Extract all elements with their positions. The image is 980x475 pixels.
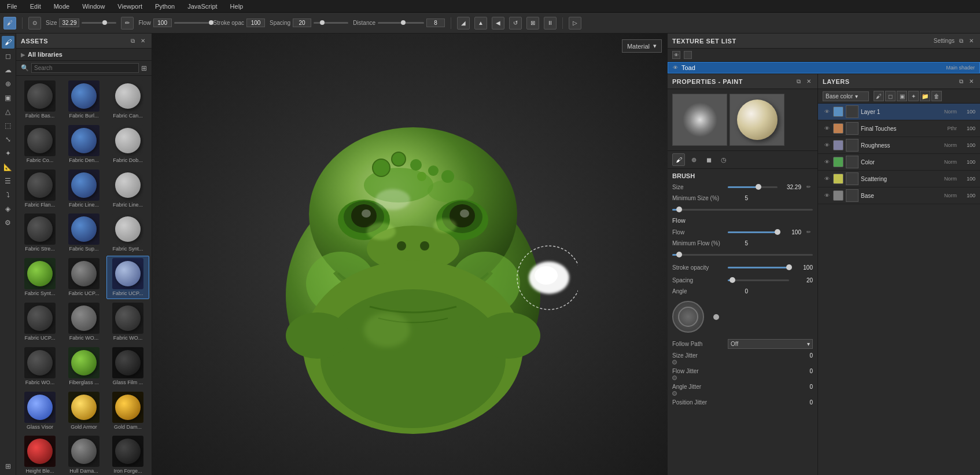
asset-item-14[interactable]: Fabric UCP... [106, 256, 149, 299]
asset-item-5[interactable]: Fabric Dob... [106, 123, 149, 166]
smudge-tool[interactable]: ☁ [2, 64, 14, 76]
menu-javascript[interactable]: JavaScript [185, 2, 219, 11]
grid-view-btn[interactable]: ⊞ [141, 64, 147, 72]
asset-item-8[interactable]: Fabric Line... [106, 167, 149, 211]
size-value[interactable]: 32.29 [59, 19, 79, 27]
layer-row-4[interactable]: 👁ScatteringNorm100 [818, 171, 980, 187]
layer-eye-1[interactable]: 👁 [823, 124, 831, 132]
texture-set-close[interactable]: ✕ [967, 37, 975, 45]
asset-item-6[interactable]: Fabric Flan... [19, 167, 61, 211]
brush-shape-btn[interactable]: ⊙ [28, 17, 41, 30]
blend-mode-select[interactable]: Base color ▾ [823, 91, 869, 101]
delete-layer-btn[interactable]: 🗑 [931, 91, 942, 101]
assets-nav-label[interactable]: All libraries [28, 51, 62, 58]
layers-tool[interactable]: ☰ [2, 175, 14, 187]
layer-eye-4[interactable]: 👁 [823, 175, 831, 183]
eraser-tool[interactable]: ◻ [2, 50, 14, 62]
asset-item-7[interactable]: Fabric Line... [62, 167, 105, 211]
asset-item-22[interactable]: Gold Armor [62, 389, 105, 433]
measure-tool[interactable]: 📐 [2, 161, 14, 174]
texture-set-minimize[interactable]: ⧉ [957, 37, 965, 45]
import-tool[interactable]: ⤵ [2, 189, 14, 201]
menu-python[interactable]: Python [153, 2, 177, 11]
asset-item-0[interactable]: Fabric Bas... [19, 78, 61, 121]
layer-eye-3[interactable]: 👁 [823, 158, 831, 166]
layers-minimize[interactable]: ⧉ [957, 78, 965, 86]
layer-row-2[interactable]: 👁RoughnessNorm100 [818, 137, 980, 154]
extra-btn[interactable]: ⊠ [526, 17, 539, 30]
properties-minimize[interactable]: ⧉ [794, 78, 802, 86]
menu-window[interactable]: Window [80, 2, 107, 11]
flow-prop-slider[interactable] [728, 227, 778, 237]
brush-paint-tab[interactable]: 🖌 [672, 153, 685, 166]
flow-slider[interactable] [174, 22, 209, 24]
stroke-opacity-slider[interactable] [728, 263, 789, 272]
asset-item-9[interactable]: Fabric Stre... [19, 211, 61, 255]
size-slider[interactable] [82, 22, 116, 24]
asset-item-2[interactable]: Fabric Can... [106, 78, 149, 121]
select-tool[interactable]: ⬚ [2, 119, 14, 132]
layers-close[interactable]: ✕ [967, 78, 975, 86]
asset-item-4[interactable]: Fabric Den... [62, 123, 105, 166]
asset-item-18[interactable]: Fabric WO... [19, 345, 61, 388]
paint-tool-btn[interactable]: 🖌 [3, 17, 16, 30]
asset-item-17[interactable]: Fabric WO... [106, 300, 149, 344]
paint-tool[interactable]: 🖌 [2, 36, 14, 49]
texture-extra-btn[interactable] [684, 51, 692, 59]
size-prop-slider[interactable] [728, 182, 778, 192]
search-input[interactable] [31, 63, 139, 73]
layer-row-5[interactable]: 👁BaseNorm100 [818, 187, 980, 204]
min-flow-slider[interactable] [672, 250, 813, 259]
texture-set-toad-row[interactable]: 👁 Toad Main shader [668, 62, 980, 73]
frame-btn[interactable]: ▷ [569, 17, 581, 30]
assets-minimize-btn[interactable]: ⧉ [128, 37, 137, 45]
brush-mask-tab[interactable]: ◼ [702, 153, 715, 166]
asset-item-15[interactable]: Fabric UCP... [19, 300, 61, 344]
layer-eye-2[interactable]: 👁 [823, 141, 831, 149]
mirror-x-btn[interactable]: ◀ [492, 17, 504, 30]
distance-value[interactable]: 8 [426, 19, 445, 27]
asset-item-19[interactable]: Fiberglass ... [62, 345, 105, 388]
add-fill-layer-btn[interactable]: ◻ [885, 91, 896, 101]
texture-visibility-btn[interactable]: 👁 [672, 51, 680, 59]
asset-item-1[interactable]: Fabric Burl... [62, 78, 105, 121]
clone-tool[interactable]: ⊕ [2, 78, 14, 90]
properties-close[interactable]: ✕ [805, 78, 813, 86]
add-paint-layer-btn[interactable]: 🖌 [874, 91, 884, 101]
flow-value[interactable]: 100 [153, 19, 172, 27]
asset-item-26[interactable]: Iron Forge... [106, 433, 149, 475]
menu-mode[interactable]: Mode [51, 2, 72, 11]
size-reset-btn[interactable]: ✏ [805, 183, 813, 191]
brush-alpha-preview[interactable] [672, 94, 727, 146]
pause-btn[interactable]: ⏸ [544, 17, 557, 30]
asset-item-11[interactable]: Fabric Synt... [106, 211, 149, 255]
min-size-slider[interactable] [672, 205, 813, 214]
asset-item-24[interactable]: Height Ble... [19, 433, 61, 475]
asset-item-3[interactable]: Fabric Co... [19, 123, 61, 166]
stroke-opacity-value[interactable]: 100 [246, 19, 265, 27]
asset-item-12[interactable]: Fabric Synt... [19, 256, 61, 299]
menu-viewport[interactable]: Viewport [115, 2, 145, 11]
layer-eye-0[interactable]: 👁 [823, 108, 831, 116]
polygon-tool[interactable]: △ [2, 105, 14, 118]
layer-mask-btn[interactable]: ▣ [897, 91, 907, 101]
bake-tool[interactable]: ◈ [2, 202, 14, 215]
brush-type-btn[interactable]: ✏ [121, 17, 134, 30]
layer-eye-5[interactable]: 👁 [823, 192, 831, 200]
brush-layers-tab[interactable]: ⊕ [687, 153, 700, 166]
brush-stamp-tab[interactable]: ◷ [717, 153, 730, 166]
angle-wheel[interactable] [672, 301, 704, 333]
asset-item-23[interactable]: Gold Dam... [106, 389, 149, 433]
fill-tool[interactable]: ▣ [2, 91, 14, 104]
drag-icon[interactable]: ⊞ [2, 460, 14, 473]
spacing-value[interactable]: 20 [293, 19, 311, 27]
viewport[interactable]: Material ▾ [152, 34, 668, 475]
asset-item-21[interactable]: Glass Visor [19, 389, 61, 433]
brush-sphere-preview[interactable] [730, 94, 784, 146]
picker-tool[interactable]: ✦ [2, 147, 14, 160]
asset-item-25[interactable]: Hull Dama... [62, 433, 105, 475]
rotate-btn[interactable]: ↺ [509, 17, 522, 30]
transform-tool[interactable]: ⤡ [2, 133, 14, 146]
mirror-y-btn[interactable]: ▲ [474, 17, 487, 30]
asset-item-20[interactable]: Glass Film ... [106, 345, 149, 388]
